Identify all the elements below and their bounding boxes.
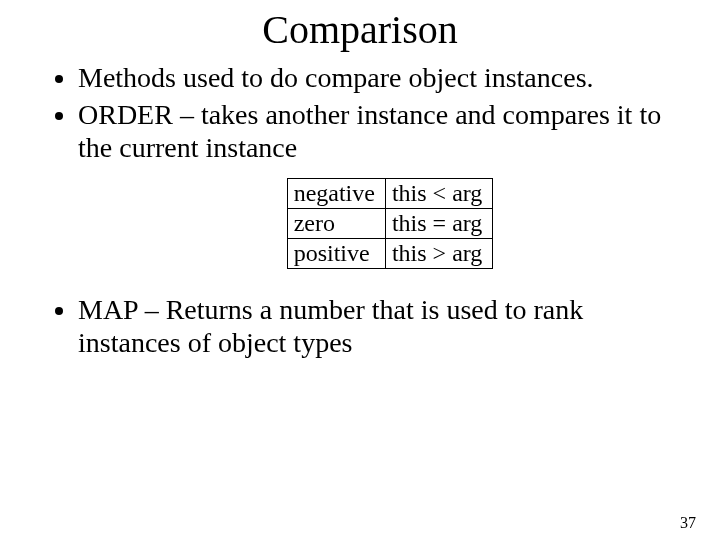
slide-title: Comparison xyxy=(0,6,720,53)
table-cell: this > arg xyxy=(385,239,492,269)
comparison-table-wrap: negative this < arg zero this = arg posi… xyxy=(0,178,720,269)
slide: Comparison Methods used to do compare ob… xyxy=(0,6,720,540)
comparison-table: negative this < arg zero this = arg posi… xyxy=(287,178,494,269)
table-row: positive this > arg xyxy=(287,239,493,269)
table-cell: this = arg xyxy=(385,209,492,239)
bullet-item: ORDER – takes another instance and compa… xyxy=(78,98,680,164)
bullet-list-top: Methods used to do compare object instan… xyxy=(58,61,720,164)
bullet-item: MAP – Returns a number that is used to r… xyxy=(78,293,680,359)
table-row: negative this < arg xyxy=(287,179,493,209)
table-cell: this < arg xyxy=(385,179,492,209)
bullet-list-bottom: MAP – Returns a number that is used to r… xyxy=(58,293,720,359)
table-cell: zero xyxy=(287,209,385,239)
page-number: 37 xyxy=(680,514,696,532)
table-row: zero this = arg xyxy=(287,209,493,239)
table-cell: negative xyxy=(287,179,385,209)
table-cell: positive xyxy=(287,239,385,269)
bullet-item: Methods used to do compare object instan… xyxy=(78,61,680,94)
